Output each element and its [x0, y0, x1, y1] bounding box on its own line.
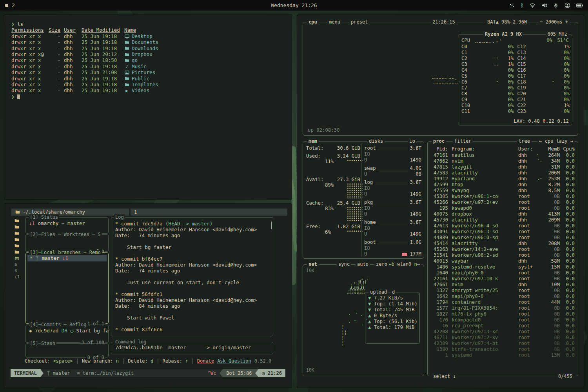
log-commit-header[interactable]: * commit 7dc9d7a (HEAD -> master)	[115, 221, 269, 227]
process-row[interactable]: 47613kworker/u96:4-sdroot0B0.0	[431, 223, 575, 229]
tray-user-icon[interactable]	[564, 2, 570, 8]
files-panel[interactable]: [2]─Files ─ Worktrees ─ S 0 of 0	[25, 234, 109, 252]
process-row[interactable]: 45305kworker/u96:1-coroot0B0.0	[431, 194, 575, 200]
command-log-panel[interactable]: Command log 7dc9d7a..b3691be master -> o…	[111, 342, 273, 354]
proc-header-memb[interactable]: MemB	[543, 146, 560, 152]
process-table-header[interactable]: Pid:Program:User:MemBCpu%	[431, 146, 575, 152]
menu-button[interactable]: menu	[327, 19, 342, 25]
net-toggle-zero[interactable]: zero	[374, 261, 389, 267]
ls-name[interactable]: ▶Videos	[124, 87, 286, 93]
prompt-line-2[interactable]: ❯	[11, 94, 286, 100]
process-row[interactable]: 195kswapd0root0B0.0	[431, 205, 575, 211]
log-commit-header[interactable]: * commit bf64cc7	[115, 256, 269, 262]
log-panel[interactable]: Log * commit 7dc9d7a (HEAD -> master)Aut…	[111, 217, 273, 336]
commits-panel[interactable]: [4]─Commits ─ Reflog ◆ 7dc9d7ad DH ○ Sta…	[25, 325, 109, 343]
branch-row-selected[interactable]: * ᛘ master ↓1	[27, 255, 107, 261]
ls-name[interactable]: Desktop	[124, 33, 286, 39]
process-row[interactable]: 22161kworker/u97:10-kroot0B0.0	[431, 276, 575, 282]
disk-home[interactable]: home3.6TIOU149G	[364, 220, 421, 237]
disk-log[interactable]: log3.6TIOU149G	[364, 180, 421, 197]
tree-toggle[interactable]: tree	[517, 138, 532, 144]
process-row[interactable]: 1577irq/81-PIXA3854:root0B0.0	[431, 305, 575, 311]
filter-button[interactable]: filter	[453, 138, 473, 144]
help-item[interactable]: Checkout: <space>	[25, 358, 73, 364]
help-item[interactable]: Delete: d	[128, 358, 153, 364]
clock[interactable]: Wednesday 21:26	[271, 2, 317, 8]
ls-name[interactable]: Dropbox	[124, 51, 286, 57]
process-row[interactable]: 42309kworker/u97:4-btroot0B0.0	[431, 341, 575, 347]
process-row[interactable]: 43091kworker/u96:3-sdroot0B0.0	[431, 229, 575, 235]
process-row[interactable]: 47661nvimdhh10M0.0	[431, 282, 575, 288]
process-row[interactable]: 1827mt76-tx phy0root0B0.0	[431, 311, 575, 317]
process-row[interactable]: 47599btopdhh8.2M0.0	[431, 182, 575, 188]
process-row[interactable]: 1640napi/phy0-0root0B0.0	[431, 270, 575, 276]
process-row[interactable]: 42208kworker/u97:3-kcroot0B0.0	[431, 329, 575, 335]
process-row[interactable]: 45263kworker/14:2-everoot0B0.0	[431, 247, 575, 252]
io-toggle[interactable]: io	[408, 138, 417, 144]
donate-link[interactable]: Donate	[197, 358, 214, 364]
net-stats-key[interactable]: d	[390, 289, 396, 295]
disks-box-title[interactable]: disks	[367, 138, 385, 144]
proc-header-cpu[interactable]: Cpu%	[560, 146, 575, 152]
process-row[interactable]: 45266kworker/u97:2+evroot0B0.0	[431, 200, 575, 205]
stash-panel[interactable]: [5]─Stash 0 of 0	[25, 343, 109, 358]
process-row[interactable]: 1327dmcrypt_write/25root0B0.0	[431, 288, 575, 294]
preset-button[interactable]: preset	[349, 19, 369, 25]
log-commit-header[interactable]: * commit 83fc6c6	[115, 327, 269, 332]
process-row[interactable]: 39912Hyprlanddhh⠠⠂253M0.0	[431, 176, 575, 182]
help-item[interactable]: Rebase: r	[163, 358, 188, 364]
ls-name[interactable]: ♪Music	[124, 64, 286, 69]
disk-pkg[interactable]: pkg3.6TIOU149G	[364, 200, 421, 217]
tab-bar[interactable]: 1	[131, 209, 287, 216]
buffer-name-segment[interactable]: ≡ term:…/bin/lazygit	[73, 369, 137, 377]
tray-volume-icon[interactable]	[541, 2, 547, 8]
branches-panel[interactable]: [3]─Local branches ─ Remo * ᛘ master ↓1 …	[25, 252, 109, 324]
status-panel[interactable]: [1]─Status ↓1 omarchy → master	[25, 217, 109, 234]
process-row[interactable]: 1486systemd-resolvesyst+15M0.0	[431, 264, 575, 270]
ls-name[interactable]: go	[124, 57, 286, 63]
git-branch-segment[interactable]: ᛘ master	[44, 369, 73, 377]
disk-swap[interactable]: swap4.0GU0B	[364, 165, 421, 177]
tray-bluetooth-icon[interactable]: ᛒ	[521, 3, 524, 8]
proc-header-program[interactable]: Program:	[452, 146, 518, 152]
ls-name[interactable]: Downloads	[124, 45, 286, 51]
tray-updates-icon[interactable]	[509, 3, 515, 8]
process-row[interactable]: 1794containerdroot44M0.0	[431, 299, 575, 305]
process-row[interactable]: 46711kworker/u97:2-kvroot0B0.0	[431, 335, 575, 341]
process-row[interactable]: 47815lazygitdhh31M0.0	[431, 164, 575, 170]
select-hint[interactable]: select ↓	[432, 374, 457, 379]
proc-header-pid[interactable]: Pid:	[431, 146, 448, 152]
process-row[interactable]: 16rcu_preemptroot0B0.0	[431, 323, 575, 329]
process-row[interactable]: 47559swaybgdhh8.5M0.0	[431, 188, 575, 194]
disk-boot[interactable]: boot1.0GIOU177M	[364, 240, 421, 257]
ask-question-link[interactable]: Ask Question	[217, 358, 251, 364]
proc-box-title[interactable]: proc	[432, 138, 446, 144]
ls-name[interactable]: Documents	[124, 39, 286, 45]
process-row[interactable]: 31541kworker/u96:2-sdroot0B0.0	[431, 252, 575, 258]
net-toggle-sync[interactable]: sync	[337, 261, 351, 267]
process-row[interactable]: 40075dropboxdhh413M0.0	[431, 211, 575, 217]
process-row[interactable]: 45730alacrittydhh209M0.0	[431, 217, 575, 223]
process-row[interactable]: 1642napi/phy0-0root0B0.0	[431, 294, 575, 299]
log-commit-header[interactable]: * commit 56fdfc1	[115, 291, 269, 297]
process-row[interactable]: 176kcompactd0root0B0.0	[431, 317, 575, 323]
refresh-interval[interactable]: ─ 2000ms +	[538, 19, 570, 25]
process-row[interactable]: 47662nvimdhh⠈⠄34M0.0	[431, 158, 575, 164]
help-item[interactable]: New branch: n	[82, 358, 119, 364]
process-row[interactable]: 45414alacrittydhh208M0.0	[431, 241, 575, 247]
workspace-indicator[interactable]: 2	[5, 2, 15, 8]
tray-wifi-icon[interactable]	[530, 2, 535, 8]
net-interface[interactable]: ←b wlan0 n→	[387, 261, 422, 267]
disk-root[interactable]: root3.6TIOU149G	[364, 145, 421, 163]
process-row[interactable]: 47583alacrittydhh206M0.0	[431, 170, 575, 176]
process-row[interactable]: 1systemdroot13M0.0	[431, 352, 575, 358]
proc-header-user[interactable]: User:	[518, 146, 536, 152]
net-stats-title[interactable]: upload	[368, 289, 388, 295]
ls-name[interactable]: Pictures	[124, 69, 286, 75]
process-row[interactable]: 47161nautilusdhh⠂264M0.0	[431, 152, 575, 158]
log-scrollbar[interactable]	[271, 221, 272, 229]
tray-battery-icon[interactable]	[576, 3, 583, 8]
process-row[interactable]: 40013waybardhh58M0.0	[431, 258, 575, 264]
ls-name[interactable]: Public	[124, 76, 286, 82]
sort-selector[interactable]: ← cpu lazy →	[537, 138, 575, 144]
